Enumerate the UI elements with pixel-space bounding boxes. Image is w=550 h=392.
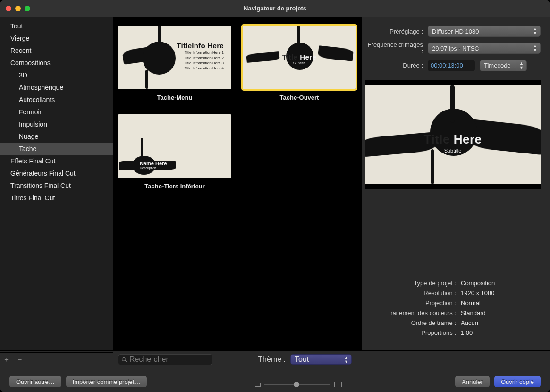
inspector-panel: Préréglage : Diffuser HD 1080 ▲▼ Fréquen…	[361, 17, 550, 350]
sidebar-item-3d[interactable]: 3D	[0, 69, 113, 81]
meta-aspect-label: Proportions :	[367, 329, 456, 336]
sidebar-item-pulse[interactable]: Impulsion	[0, 118, 113, 130]
open-copy-button[interactable]: Ouvrir copie	[494, 376, 541, 387]
sidebar-item-fc-titles[interactable]: Titres Final Cut	[0, 192, 113, 204]
window-title: Navigateur de projets	[244, 5, 306, 12]
sidebar-item-recent[interactable]: Récent	[0, 44, 113, 57]
thumb-text-line: Title Information Here 2	[177, 56, 224, 60]
meta-res-value: 1920 x 1080	[461, 290, 495, 297]
zoom-icon[interactable]	[25, 6, 30, 11]
svg-point-0	[122, 357, 126, 361]
thumbnail-grid: TitleInfo Here Title Information Here 1 …	[113, 17, 361, 350]
preview-thumb: Title Here Subtitle	[365, 85, 541, 184]
sidebar-item-ink[interactable]: Tache	[0, 143, 113, 155]
cancel-button[interactable]: Annuler	[455, 376, 490, 387]
meta-color-value: Standard	[461, 309, 486, 316]
sidebar-item-fc-generators[interactable]: Générateurs Final Cut	[0, 167, 113, 179]
theme-label: Thème :	[258, 355, 286, 364]
thumbnail-zoom-slider[interactable]	[255, 382, 342, 387]
close-icon[interactable]	[6, 6, 11, 11]
search-icon	[121, 357, 127, 363]
thumb-text-main: TitleInfo Here	[177, 42, 224, 50]
fps-label: Fréquence d'images :	[367, 42, 423, 55]
minimize-icon[interactable]	[15, 6, 21, 11]
duration-value: 00:00:13;00	[431, 62, 463, 69]
meta-color-label: Traitement des couleurs :	[367, 309, 456, 316]
sidebar-item-fc-effects[interactable]: Effets Final Cut	[0, 155, 113, 167]
remove-button[interactable]: －	[13, 354, 26, 366]
preset-value: Diffuser HD 1080	[432, 28, 479, 35]
chevron-updown-icon: ▲▼	[533, 27, 537, 35]
sidebar-item-cloud[interactable]: Nuage	[0, 130, 113, 143]
titlebar: Navigateur de projets	[0, 0, 550, 17]
sidebar-item-atmospheric[interactable]: Atmosphérique	[0, 81, 113, 94]
window-controls	[6, 6, 30, 11]
preview-area: Title Here Subtitle	[365, 80, 541, 189]
zoom-track[interactable]	[264, 384, 330, 385]
meta-field-label: Ordre de trame :	[367, 319, 456, 326]
preview-text-main-b: Here	[454, 132, 482, 146]
template-card-open[interactable]: Title Here Subtitle Tache-Ouvert	[243, 26, 356, 101]
template-title: Tache-Menu	[157, 94, 193, 101]
thumb-text-main: Name Here	[140, 161, 167, 166]
preview-text-main-a: Title	[423, 132, 449, 146]
meta-field-value: Aucun	[461, 319, 478, 326]
sidebar: Tout Vierge Récent Compositions 3D Atmos…	[0, 17, 113, 350]
open-other-button[interactable]: Ouvrir autre…	[9, 376, 61, 387]
meta-type-label: Type de projet :	[367, 280, 456, 287]
sidebar-footer: ＋ －	[0, 352, 113, 366]
meta-aspect-value: 1,00	[461, 329, 473, 336]
sidebar-item-clasp[interactable]: Fermoir	[0, 106, 113, 118]
search-placeholder: Rechercher	[129, 355, 169, 364]
fps-select[interactable]: 29,97 ips - NTSC ▲▼	[428, 43, 541, 54]
template-card-lower-third[interactable]: Name Here Description Tache-Tiers inféri…	[118, 114, 231, 190]
search-input[interactable]: Rechercher	[118, 354, 212, 365]
sidebar-item-blank[interactable]: Vierge	[0, 32, 113, 44]
template-thumb: Title Here Subtitle	[243, 26, 356, 89]
svg-line-1	[125, 360, 127, 362]
sidebar-item-fc-transitions[interactable]: Transitions Final Cut	[0, 179, 113, 192]
window-body: Tout Vierge Récent Compositions 3D Atmos…	[0, 17, 550, 350]
meta-type-value: Composition	[461, 280, 495, 287]
duration-unit-select[interactable]: Timecode ▲▼	[480, 60, 527, 71]
zoom-small-icon	[255, 383, 261, 387]
theme-value: Tout	[295, 355, 309, 364]
theme-select[interactable]: Tout ▲▼	[290, 354, 352, 365]
sidebar-item-stickers[interactable]: Autocollants	[0, 94, 113, 106]
add-button[interactable]: ＋	[0, 354, 13, 366]
preset-select[interactable]: Diffuser HD 1080 ▲▼	[428, 26, 541, 37]
meta-proj-value: Normal	[461, 299, 481, 307]
chevron-updown-icon: ▲▼	[519, 61, 524, 70]
zoom-knob[interactable]	[294, 382, 299, 387]
meta-res-label: Résolution :	[367, 290, 456, 297]
thumb-text-line: Title Information Here 1	[177, 51, 224, 55]
preview-text-sub: Subtitle	[365, 148, 541, 153]
project-browser-window: Navigateur de projets Tout Vierge Récent…	[0, 0, 550, 392]
thumb-text-main-a: Title	[282, 53, 297, 61]
thumb-text-main-b: Here	[300, 53, 316, 61]
duration-label: Durée :	[367, 62, 423, 69]
template-card-menu[interactable]: TitleInfo Here Title Information Here 1 …	[118, 26, 231, 101]
meta-proj-label: Projection :	[367, 299, 456, 307]
zoom-large-icon	[334, 382, 342, 387]
duration-field[interactable]: 00:00:13;00	[428, 60, 475, 71]
thumb-text-line: Title Information Here 4	[177, 66, 224, 70]
import-as-project-button[interactable]: Importer comme projet…	[66, 376, 147, 387]
bottom-bar: ＋ － Rechercher Thème : Tout ▲▼ Ouvrir au…	[0, 350, 550, 392]
thumb-text-sub: Subtitle	[243, 61, 356, 65]
chevron-updown-icon: ▲▼	[344, 356, 348, 364]
thumb-text-line: Title Information Here 3	[177, 61, 224, 65]
sidebar-item-compositions[interactable]: Compositions	[0, 57, 113, 69]
chevron-updown-icon: ▲▼	[533, 44, 537, 52]
fps-value: 29,97 ips - NTSC	[432, 45, 479, 52]
duration-unit-value: Timecode	[484, 62, 511, 69]
preset-label: Préréglage :	[367, 28, 423, 35]
template-title: Tache-Ouvert	[280, 94, 319, 101]
template-title: Tache-Tiers inférieur	[144, 183, 204, 190]
thumb-text-sub: Description	[140, 166, 167, 170]
sidebar-item-all[interactable]: Tout	[0, 20, 113, 32]
template-thumb: TitleInfo Here Title Information Here 1 …	[118, 26, 231, 89]
project-metadata: Type de projet : Composition Résolution …	[367, 280, 541, 336]
template-thumb: Name Here Description	[118, 114, 231, 178]
